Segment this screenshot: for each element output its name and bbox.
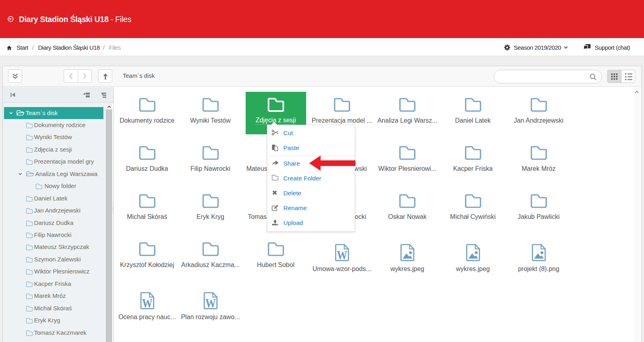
svg-text:W: W [142, 296, 153, 310]
svg-text:W: W [337, 248, 347, 261]
svg-text:W: W [205, 296, 216, 310]
